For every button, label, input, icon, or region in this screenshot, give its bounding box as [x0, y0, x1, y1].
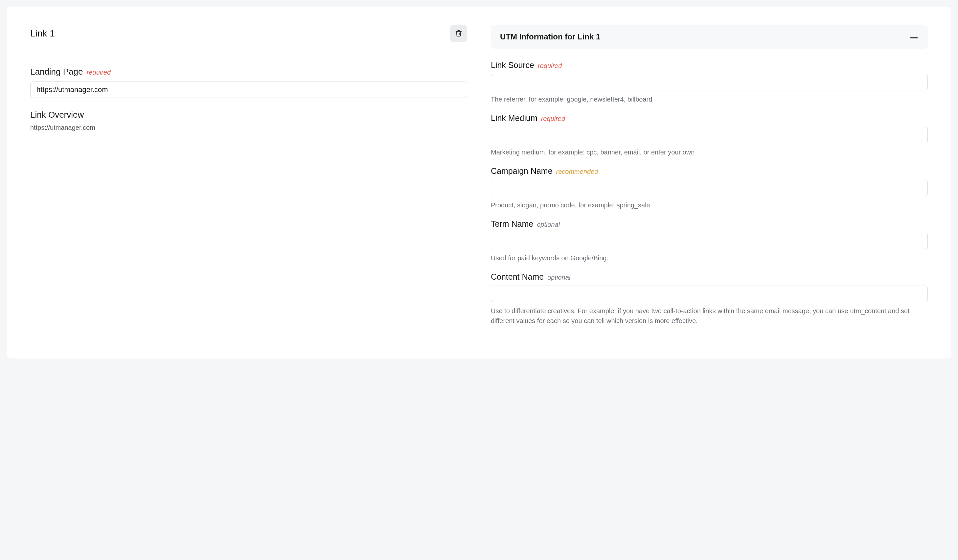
campaign-name-field: Campaign Name recommended Product, sloga…: [491, 166, 928, 210]
landing-page-input[interactable]: [30, 81, 467, 98]
content-name-label: Content Name optional: [491, 272, 928, 282]
link-source-input[interactable]: [491, 74, 928, 90]
utm-panel-header[interactable]: UTM Information for Link 1: [491, 25, 928, 49]
minus-icon: [910, 35, 918, 40]
link-source-field: Link Source required The referrer, for e…: [491, 60, 928, 104]
link-overview-label: Link Overview: [30, 110, 467, 120]
landing-page-label: Landing Page required: [30, 67, 467, 77]
term-name-input[interactable]: [491, 233, 928, 249]
link-medium-required-tag: required: [541, 115, 565, 122]
link-overview-section: Link Overview https://utmanager.com: [30, 110, 467, 132]
trash-icon: [455, 29, 462, 38]
link-medium-input[interactable]: [491, 127, 928, 143]
link-medium-field: Link Medium required Marketing medium, f…: [491, 113, 928, 157]
link-source-label: Link Source required: [491, 60, 928, 70]
term-name-field: Term Name optional Used for paid keyword…: [491, 219, 928, 263]
link-overview-url: https://utmanager.com: [30, 124, 467, 132]
term-name-optional-tag: optional: [537, 221, 560, 228]
left-column: Link 1 Landing Page required: [30, 25, 467, 335]
campaign-name-recommended-tag: recommended: [556, 168, 598, 175]
link-source-help: The referrer, for example: google, newsl…: [491, 94, 928, 104]
campaign-name-label-text: Campaign Name: [491, 166, 553, 176]
link-source-required-tag: required: [538, 62, 562, 69]
content-name-help: Use to differentiate creatives. For exam…: [491, 306, 928, 326]
link-medium-help: Marketing medium, for example: cpc, bann…: [491, 147, 928, 157]
utm-panel-title: UTM Information for Link 1: [500, 32, 600, 41]
term-name-label-text: Term Name: [491, 219, 533, 228]
campaign-name-label: Campaign Name recommended: [491, 166, 928, 176]
utm-panel: UTM Information for Link 1: [491, 25, 928, 49]
link-card: Link 1 Landing Page required: [6, 6, 952, 359]
campaign-name-input[interactable]: [491, 180, 928, 196]
link-medium-label-text: Link Medium: [491, 113, 538, 122]
term-name-label: Term Name optional: [491, 219, 928, 229]
content-name-label-text: Content Name: [491, 272, 544, 281]
campaign-name-help: Product, slogan, promo code, for example…: [491, 200, 928, 210]
landing-page-label-text: Landing Page: [30, 67, 83, 76]
link-medium-label: Link Medium required: [491, 113, 928, 123]
content-name-input[interactable]: [491, 286, 928, 302]
content-name-optional-tag: optional: [547, 274, 570, 281]
link-source-label-text: Link Source: [491, 60, 534, 70]
term-name-help: Used for paid keywords on Google/Bing.: [491, 253, 928, 263]
content-name-field: Content Name optional Use to differentia…: [491, 272, 928, 326]
link-header: Link 1: [30, 25, 467, 51]
utm-body: Link Source required The referrer, for e…: [491, 49, 928, 326]
link-title: Link 1: [30, 28, 55, 39]
collapse-button[interactable]: [909, 32, 918, 41]
delete-link-button[interactable]: [450, 25, 467, 42]
landing-page-required-tag: required: [87, 69, 111, 76]
landing-page-field: Landing Page required: [30, 67, 467, 98]
right-column: UTM Information for Link 1 Link Source r…: [491, 25, 928, 335]
